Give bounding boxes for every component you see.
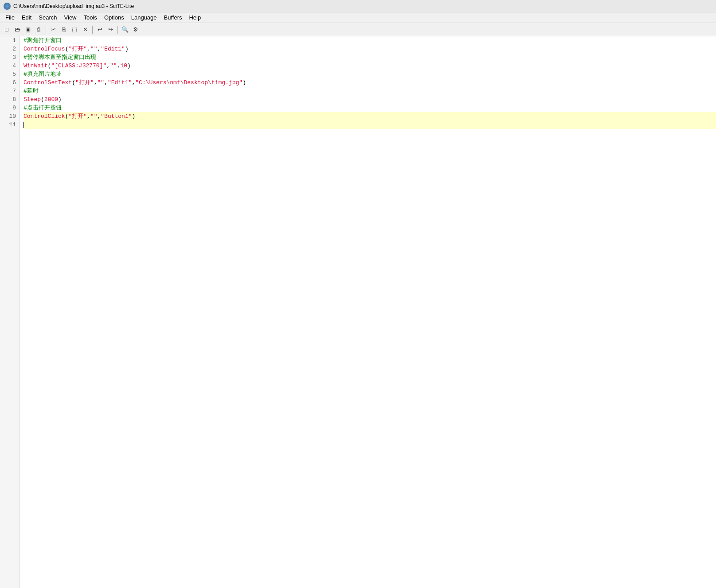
open-icon: 🗁 xyxy=(15,27,20,32)
comment-token: #填充图片地址 xyxy=(23,70,62,78)
menu-search[interactable]: Search xyxy=(35,13,60,22)
menu-edit[interactable]: Edit xyxy=(18,13,35,22)
menu-bar: File Edit Search View Tools Options Lang… xyxy=(0,12,716,23)
line-number: 6 xyxy=(0,78,20,87)
replace-button[interactable]: ⚙ xyxy=(131,25,141,35)
table-row: #填充图片地址 xyxy=(23,70,716,78)
new-button[interactable]: □ xyxy=(2,25,12,35)
undo-button[interactable]: ↩ xyxy=(95,25,105,35)
plain-token: , xyxy=(117,62,121,70)
number-token: 10 xyxy=(120,62,127,70)
find-button[interactable]: 🔍 xyxy=(120,25,130,35)
menu-file[interactable]: File xyxy=(2,13,18,22)
plain-token: ) xyxy=(58,95,62,104)
plain-token: , xyxy=(104,78,108,87)
plain-token: , xyxy=(87,45,90,53)
paste-button[interactable]: ⬚ xyxy=(70,25,79,35)
save-button[interactable]: ▣ xyxy=(23,25,33,35)
function-call-token: ControlClick xyxy=(23,112,65,121)
line-number: 1 xyxy=(0,36,20,45)
function-call-token: ControlFocus xyxy=(23,45,65,53)
line-number: 11 xyxy=(0,121,20,129)
plain-token: ( xyxy=(72,78,75,87)
redo-button[interactable]: ↪ xyxy=(106,25,115,35)
table-row: #聚焦打开窗口 xyxy=(23,36,716,45)
table-row: Sleep(2000) xyxy=(23,95,716,104)
menu-view[interactable]: View xyxy=(61,13,80,22)
plain-token: ) xyxy=(125,45,129,53)
table-row: ControlClick("打开","","Button1") xyxy=(23,112,716,121)
line-number: 2 xyxy=(0,45,20,53)
separator-3 xyxy=(117,26,118,34)
cut-button[interactable]: ✂ xyxy=(48,25,58,35)
menu-options[interactable]: Options xyxy=(101,13,128,22)
open-button[interactable]: 🗁 xyxy=(12,25,22,35)
separator-2 xyxy=(92,26,93,34)
plain-token: , xyxy=(97,45,101,53)
title-bar: C:\Users\nmt\Desktop\upload_img.au3 - Sc… xyxy=(0,0,716,12)
code-area[interactable]: #聚焦打开窗口ControlFocus ( "打开", "", "Edit1")… xyxy=(20,36,716,588)
cut-icon: ✂ xyxy=(51,27,56,32)
editor-area[interactable]: 1234567891011 #聚焦打开窗口ControlFocus ( "打开"… xyxy=(0,36,716,588)
plain-token: ( xyxy=(48,62,51,70)
string-token: "打开" xyxy=(75,78,94,87)
table-row xyxy=(23,121,716,129)
string-token: "" xyxy=(90,112,98,121)
save-icon: ▣ xyxy=(25,27,31,32)
paste-icon: ⬚ xyxy=(72,27,77,32)
plain-token: , xyxy=(87,112,90,121)
plain-token: ) xyxy=(127,62,131,70)
line-number: 4 xyxy=(0,62,20,70)
plain-token: ( xyxy=(65,112,69,121)
number-token: 2000 xyxy=(44,95,58,104)
plain-token: , xyxy=(132,78,135,87)
string-token: "" xyxy=(110,62,117,70)
function-call-token: ControlSetText xyxy=(23,78,72,87)
plain-token: ( xyxy=(41,95,44,104)
new-icon: □ xyxy=(5,27,8,32)
menu-language[interactable]: Language xyxy=(128,13,160,22)
plain-token: ( xyxy=(65,45,69,53)
copy-button[interactable]: ⎘ xyxy=(59,25,69,35)
string-token: "" xyxy=(97,78,104,87)
comment-token: #暂停脚本直至指定窗口出现 xyxy=(23,53,96,62)
function-call-token: Sleep xyxy=(23,95,41,104)
menu-buffers[interactable]: Buffers xyxy=(160,13,186,22)
delete-icon: ✕ xyxy=(83,27,88,32)
plain-token: , xyxy=(94,78,98,87)
table-row: #点击打开按钮 xyxy=(23,104,716,112)
menu-help[interactable]: Help xyxy=(185,13,204,22)
function-call-token: WinWait xyxy=(23,62,48,70)
find-icon: 🔍 xyxy=(121,27,129,32)
print-button[interactable]: ⎙ xyxy=(34,25,43,35)
line-numbers: 1234567891011 xyxy=(0,36,20,588)
undo-icon: ↩ xyxy=(98,27,102,32)
toolbar: □ 🗁 ▣ ⎙ ✂ ⎘ ⬚ ✕ ↩ ↪ 🔍 ⚙ xyxy=(0,23,716,36)
replace-icon: ⚙ xyxy=(133,27,138,32)
print-icon: ⎙ xyxy=(37,27,40,32)
line-number: 10 xyxy=(0,112,20,121)
plain-token: ) xyxy=(243,78,246,87)
redo-icon: ↪ xyxy=(108,27,113,32)
title-text: C:\Users\nmt\Desktop\upload_img.au3 - Sc… xyxy=(13,3,134,9)
table-row: ControlSetText("打开","","Edit1","C:\Users… xyxy=(23,78,716,87)
string-token: "Edit1" xyxy=(101,45,125,53)
table-row: #暂停脚本直至指定窗口出现 xyxy=(23,53,716,62)
comment-token: #点击打开按钮 xyxy=(23,104,62,112)
line-number: 3 xyxy=(0,53,20,62)
copy-icon: ⎘ xyxy=(62,27,66,32)
table-row: ControlFocus ( "打开", "", "Edit1") xyxy=(23,45,716,53)
line-number: 5 xyxy=(0,70,20,78)
plain-token: , xyxy=(106,62,110,70)
menu-tools[interactable]: Tools xyxy=(80,13,101,22)
delete-button[interactable]: ✕ xyxy=(80,25,90,35)
string-token: "Edit1" xyxy=(108,78,132,87)
string-token: "" xyxy=(90,45,98,53)
string-token: "打开" xyxy=(68,45,87,53)
comment-token: #聚焦打开窗口 xyxy=(23,36,62,45)
text-cursor xyxy=(23,122,24,128)
plain-token: ) xyxy=(132,112,136,121)
line-number: 7 xyxy=(0,87,20,95)
separator-1 xyxy=(46,26,46,34)
line-number: 8 xyxy=(0,95,20,104)
